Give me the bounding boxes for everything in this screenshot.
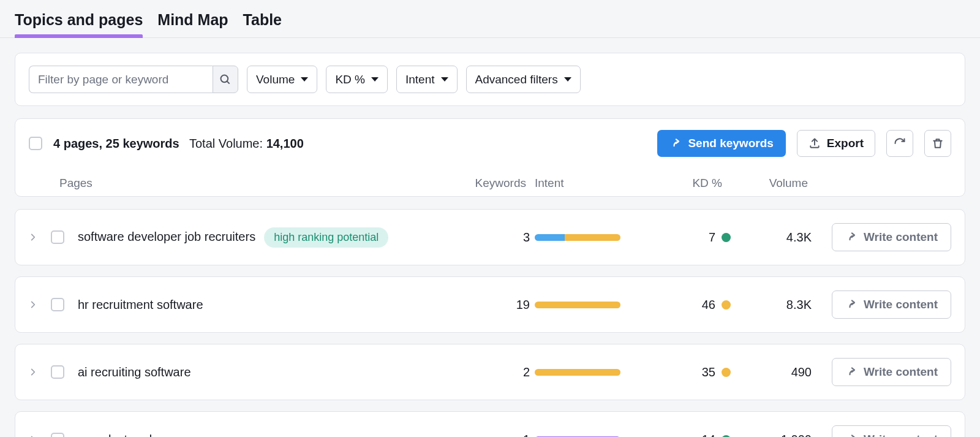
filter-input-wrap [29,66,238,93]
table-row: non-clustered1141,000Write content [15,411,965,437]
kd-value: 46 [702,298,715,312]
page-name: hr recruitment software [78,298,203,311]
intent-segment [535,234,565,241]
kd-cell: 7 [645,230,731,245]
arrow-right-icon [669,137,682,150]
summary-card: 4 pages, 25 keywords Total Volume: 14,10… [15,118,965,197]
trash-icon [932,137,944,150]
export-label: Export [827,137,864,150]
kd-cell: 46 [645,298,731,312]
expand-row-icon[interactable] [29,368,41,376]
search-icon [219,74,232,86]
intent-bar [535,369,620,376]
summary-text: 4 pages, 25 keywords Total Volume: 14,10… [53,137,304,151]
page-name: ai recruiting software [78,365,191,379]
chevron-down-icon [441,77,448,82]
intent-segment [535,302,620,308]
filters-card: Volume KD % Intent Advanced filters [15,53,965,106]
table-row: software developer job recruitershigh ra… [15,209,965,265]
write-content-label: Write content [864,230,938,244]
send-keywords-label: Send keywords [688,137,773,150]
page-name-cell: non-clustered [78,433,461,438]
write-content-button[interactable]: Write content [832,425,951,437]
kd-difficulty-dot [722,435,731,438]
ranking-potential-badge: high ranking potential [264,227,388,248]
expand-row-icon[interactable] [29,300,41,309]
table-header: Pages Keywords Intent KD % Volume [15,168,965,196]
kd-value: 14 [702,433,715,438]
write-content-label: Write content [864,365,938,379]
arrow-right-icon [845,298,858,311]
volume-value: 490 [731,365,816,379]
table-row: ai recruiting software235490Write conten… [15,344,965,400]
tab-topics-and-pages[interactable]: Topics and pages [15,11,143,37]
col-kd: KD % [645,177,731,190]
summary-total-value: 14,100 [266,137,304,150]
keywords-count: 2 [461,365,535,379]
chevron-down-icon [564,77,571,82]
filter-volume-label: Volume [256,73,295,86]
filter-search-button[interactable] [213,66,238,93]
filter-advanced-label: Advanced filters [475,73,558,86]
filter-kd[interactable]: KD % [326,66,388,93]
write-content-label: Write content [864,298,938,311]
summary-total-label: Total Volume: [189,137,263,150]
tabs-bar: Topics and pages Mind Map Table [0,0,980,38]
filter-input[interactable] [29,66,213,93]
col-intent: Intent [535,177,645,190]
table-row: hr recruitment software19468.3KWrite con… [15,276,965,333]
filter-intent-label: Intent [405,73,435,86]
intent-cell [535,369,645,376]
write-content-label: Write content [864,433,938,437]
filter-volume[interactable]: Volume [247,66,317,93]
page-name-cell: software developer job recruitershigh ra… [78,227,461,248]
keywords-count: 19 [461,298,535,312]
row-checkbox[interactable] [51,298,64,311]
chevron-down-icon [371,77,379,82]
volume-value: 8.3K [731,298,816,312]
kd-value: 7 [709,230,715,245]
intent-segment [535,369,620,376]
kd-difficulty-dot [722,300,731,310]
expand-row-icon[interactable] [29,233,41,241]
kd-difficulty-dot [722,233,731,242]
keywords-count: 1 [461,433,535,438]
keywords-count: 3 [461,230,535,245]
intent-segment [565,234,620,241]
filter-advanced[interactable]: Advanced filters [466,66,581,93]
row-checkbox[interactable] [51,230,64,244]
arrow-right-icon [845,433,858,437]
page-name: software developer job recruiters [78,230,255,243]
export-button[interactable]: Export [797,130,875,157]
write-content-button[interactable]: Write content [832,223,951,251]
summary-counts: 4 pages, 25 keywords [53,137,179,150]
delete-button[interactable] [924,130,951,157]
row-checkbox[interactable] [51,365,64,379]
kd-difficulty-dot [722,368,731,377]
intent-cell [535,234,645,241]
intent-bar [535,234,620,241]
write-content-button[interactable]: Write content [832,358,951,386]
write-content-button[interactable]: Write content [832,291,951,319]
svg-point-0 [221,75,228,82]
filter-kd-label: KD % [335,73,365,86]
intent-cell [535,302,645,308]
select-all-checkbox[interactable] [29,137,42,150]
filter-intent[interactable]: Intent [396,66,458,93]
row-checkbox[interactable] [51,433,64,437]
col-volume: Volume [731,177,816,190]
col-pages: Pages [59,177,461,190]
refresh-button[interactable] [886,130,913,157]
arrow-right-icon [845,366,858,378]
intent-bar [535,302,620,308]
refresh-icon [894,137,906,150]
page-name-cell: hr recruitment software [78,298,461,312]
volume-value: 4.3K [731,230,816,245]
arrow-right-icon [845,231,858,243]
kd-value: 35 [702,365,715,379]
send-keywords-button[interactable]: Send keywords [657,130,785,157]
col-keywords: Keywords [461,177,535,190]
tab-mind-map[interactable]: Mind Map [157,11,228,37]
page-name: non-clustered [78,433,152,438]
tab-table[interactable]: Table [243,11,282,37]
